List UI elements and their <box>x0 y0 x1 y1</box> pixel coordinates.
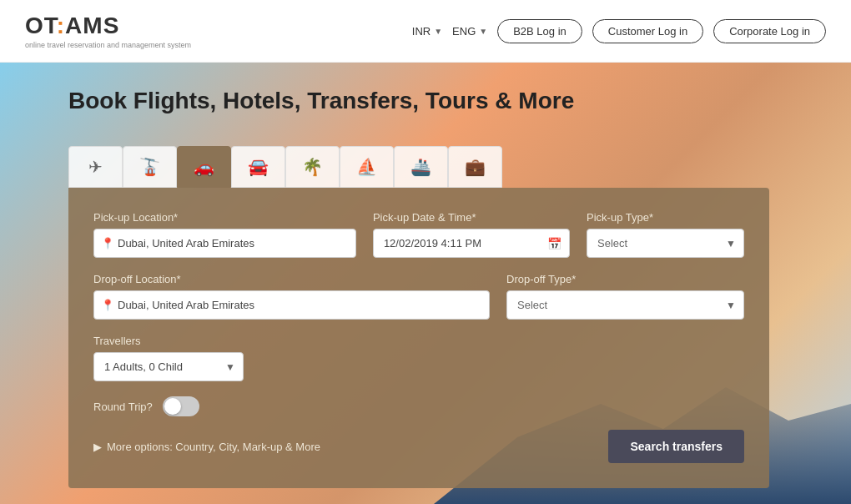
tab-trains[interactable]: 🚡 <box>123 146 177 188</box>
b2b-login-button[interactable]: B2B Log in <box>497 19 582 43</box>
dropoff-type-select[interactable]: Select Airport Hotel Port Train Station … <box>506 290 744 320</box>
pickup-location-input-wrapper: 📍 <box>93 229 356 258</box>
round-trip-label: Round Trip? <box>93 401 153 413</box>
pickup-type-select[interactable]: Select Airport Hotel Port Train Station … <box>587 229 744 258</box>
calendar-icon[interactable]: 📅 <box>547 237 561 250</box>
location-icon: 📍 <box>101 237 114 249</box>
transfers-form: Pick-up Location* 📍 Pick-up Date & Time*… <box>68 188 769 488</box>
round-trip-toggle[interactable] <box>163 396 199 416</box>
currency-dropdown[interactable]: INR ▼ <box>412 25 442 38</box>
pickup-location-label: Pick-up Location* <box>93 211 356 224</box>
header-right: INR ▼ ENG ▼ B2B Log in Customer Log in C… <box>412 19 826 43</box>
dropoff-type-label: Drop-off Type* <box>506 273 744 285</box>
hero-title: Book Flights, Hotels, Transfers, Tours &… <box>68 88 574 114</box>
pickup-datetime-input[interactable] <box>373 229 570 258</box>
pickup-type-label: Pick-up Type* <box>587 211 744 224</box>
currency-label: INR <box>412 25 431 38</box>
hero: Book Flights, Hotels, Transfers, Tours &… <box>0 63 851 504</box>
dropoff-location-input[interactable] <box>93 290 490 320</box>
pickup-location-input[interactable] <box>93 229 356 258</box>
logo-subtext: online travel reservation and management… <box>25 41 191 49</box>
service-tabs: ✈ 🚡 🚗 🚘 🌴 ⛵ 🚢 💼 <box>68 146 502 188</box>
dropoff-location-icon: 📍 <box>101 299 114 311</box>
dropoff-type-group: Drop-off Type* Select Airport Hotel Port… <box>506 273 744 320</box>
form-row-2: Drop-off Location* 📍 Drop-off Type* Sele… <box>93 273 744 320</box>
language-arrow: ▼ <box>479 27 487 36</box>
dropoff-location-group: Drop-off Location* 📍 <box>93 273 490 320</box>
pickup-datetime-group: Pick-up Date & Time* 📅 <box>373 211 570 258</box>
travellers-label: Travellers <box>93 335 744 347</box>
pickup-datetime-label: Pick-up Date & Time* <box>373 211 570 224</box>
tab-car-rental[interactable]: 🚘 <box>231 146 285 188</box>
tab-ferries[interactable]: 🚢 <box>394 146 448 188</box>
pickup-datetime-wrapper: 📅 <box>373 229 570 258</box>
dropoff-location-input-wrapper: 📍 <box>93 290 490 320</box>
pickup-location-group: Pick-up Location* 📍 <box>93 211 356 258</box>
language-dropdown[interactable]: ENG ▼ <box>452 25 487 38</box>
more-options-chevron: ▶ <box>93 441 102 453</box>
tab-tours[interactable]: 🌴 <box>285 146 340 188</box>
tab-flights[interactable]: ✈ <box>68 146 123 188</box>
logo-text: OT:AMS <box>25 13 191 39</box>
form-row-1: Pick-up Location* 📍 Pick-up Date & Time*… <box>93 211 744 258</box>
toggle-thumb <box>164 398 181 415</box>
dropoff-type-select-wrapper: Select Airport Hotel Port Train Station … <box>506 290 744 320</box>
logo: OT:AMS online travel reservation and man… <box>25 13 191 49</box>
round-trip-row: Round Trip? <box>93 396 744 416</box>
search-transfers-button[interactable]: Search transfers <box>608 430 744 463</box>
travellers-select-wrapper: 1 Adults, 0 Child 2 Adults, 0 Child 2 Ad… <box>93 352 244 381</box>
more-options-link[interactable]: ▶ More options: Country, City, Mark-up &… <box>93 441 320 453</box>
dropoff-location-label: Drop-off Location* <box>93 273 490 285</box>
customer-login-button[interactable]: Customer Log in <box>592 19 703 43</box>
currency-arrow: ▼ <box>434 27 442 36</box>
tab-insurance[interactable]: 💼 <box>448 146 502 188</box>
language-label: ENG <box>452 25 476 38</box>
tab-cruises[interactable]: ⛵ <box>340 146 394 188</box>
more-options-text: More options: Country, City, Mark-up & M… <box>107 441 320 453</box>
pickup-type-select-wrapper: Select Airport Hotel Port Train Station … <box>587 229 744 258</box>
travellers-row: Travellers 1 Adults, 0 Child 2 Adults, 0… <box>93 335 744 381</box>
more-options-row: ▶ More options: Country, City, Mark-up &… <box>93 430 744 463</box>
tab-transfers[interactable]: 🚗 <box>177 146 231 188</box>
corporate-login-button[interactable]: Corporate Log in <box>713 19 826 43</box>
travellers-select[interactable]: 1 Adults, 0 Child 2 Adults, 0 Child 2 Ad… <box>93 352 244 381</box>
header: OT:AMS online travel reservation and man… <box>0 0 851 63</box>
pickup-type-group: Pick-up Type* Select Airport Hotel Port … <box>587 211 744 258</box>
